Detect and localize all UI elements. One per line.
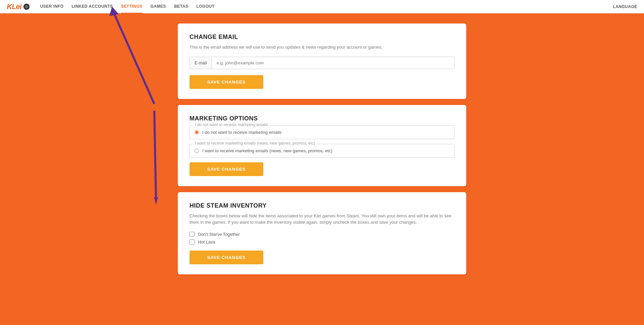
navigation: KLei USER INFO LINKED ACCOUNTS SETTINGS … xyxy=(0,0,644,13)
change-email-card: CHANGE EMAIL This is the email address w… xyxy=(178,23,466,99)
nav-betas[interactable]: BETAS xyxy=(174,0,188,13)
radio-yes-marketing-group: I want to receive marketing emails (news… xyxy=(190,144,454,158)
checkbox-hot-lava-item: Hot Lava xyxy=(190,239,454,245)
email-label: E-mail xyxy=(190,57,212,69)
email-input[interactable] xyxy=(212,57,454,69)
svg-point-2 xyxy=(25,6,28,8)
checkbox-dst[interactable] xyxy=(190,232,195,237)
hide-steam-card: HIDE STEAM INVENTORY Checking the boxes … xyxy=(178,192,466,274)
radio-yes-marketing-label[interactable]: I want to receive marketing emails (news… xyxy=(202,148,332,153)
radio-no-marketing[interactable] xyxy=(195,130,199,134)
email-input-group: E-mail xyxy=(190,57,454,69)
logo-text: KLei xyxy=(7,2,21,11)
marketing-save-button[interactable]: SAVE CHANGES xyxy=(190,162,263,176)
checkbox-dst-item: Don't Starve Together xyxy=(190,232,454,237)
change-email-desc: This is the email address we will use to… xyxy=(190,44,454,51)
logo: KLei xyxy=(7,2,30,11)
language-button[interactable]: LANGUAGE xyxy=(613,4,637,9)
hide-steam-title: HIDE STEAM INVENTORY xyxy=(190,202,454,209)
hide-steam-desc: Checking the boxes below will hide the i… xyxy=(190,213,454,226)
radio-no-marketing-label[interactable]: I do not want to receive marketing email… xyxy=(202,130,281,135)
nav-logout[interactable]: LOGOUT xyxy=(196,0,214,13)
nav-settings[interactable]: SETTINGS xyxy=(121,0,143,13)
checkboxes-wrapper: Don't Starve Together Hot Lava xyxy=(190,232,454,245)
radio-no-legend: I do not want to receive marketing email… xyxy=(193,122,270,127)
radio-yes-legend: I want to receive marketing emails (news… xyxy=(193,141,317,146)
change-email-save-button[interactable]: SAVE CHANGES xyxy=(190,75,263,89)
marketing-options-card: MARKETING OPTIONS I do not want to recei… xyxy=(178,105,466,186)
radio-yes-marketing[interactable] xyxy=(195,149,199,153)
marketing-options-title: MARKETING OPTIONS xyxy=(190,115,454,122)
change-email-title: CHANGE EMAIL xyxy=(190,34,454,41)
nav-linked-accounts[interactable]: LINKED ACCOUNTS xyxy=(72,0,113,13)
steam-icon xyxy=(23,3,30,10)
checkbox-dst-label[interactable]: Don't Starve Together xyxy=(198,232,240,237)
hide-steam-save-button[interactable]: SAVE CHANGES xyxy=(190,251,263,264)
nav-games[interactable]: GAMES xyxy=(151,0,166,13)
main-content: CHANGE EMAIL This is the email address w… xyxy=(171,13,473,294)
radio-no-marketing-group: I do not want to receive marketing email… xyxy=(190,125,454,139)
nav-links: USER INFO LINKED ACCOUNTS SETTINGS GAMES… xyxy=(40,0,613,13)
checkbox-hot-lava-label[interactable]: Hot Lava xyxy=(198,239,215,245)
checkbox-hot-lava[interactable] xyxy=(190,239,195,245)
nav-user-info[interactable]: USER INFO xyxy=(40,0,64,13)
